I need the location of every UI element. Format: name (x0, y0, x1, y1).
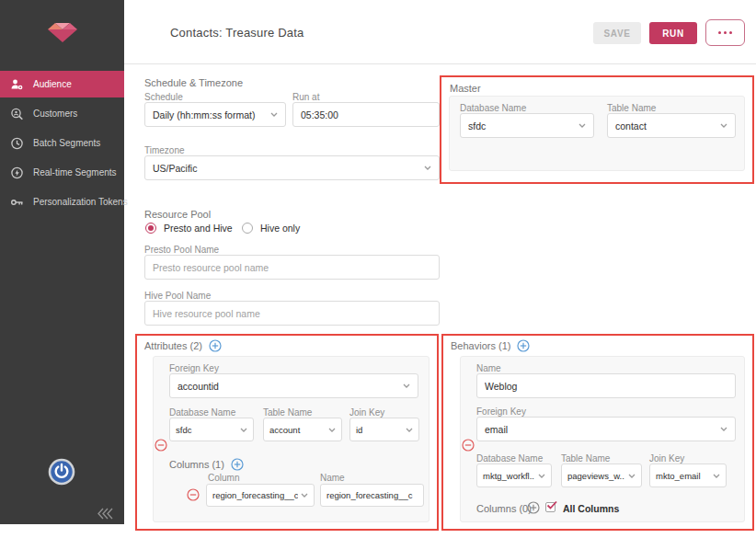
remove-attribute-button[interactable] (155, 439, 167, 452)
chevron-down-icon (403, 383, 410, 388)
attr-column-select[interactable]: region_forecasting__c (206, 484, 315, 507)
add-attribute-button[interactable] (209, 339, 222, 352)
chevron-down-icon (720, 123, 727, 128)
treasure-data-gem-icon (47, 22, 78, 43)
attr-columns-header: Columns (1) (169, 458, 244, 471)
page-header: Contacts: Treasure Data SAVE RUN (124, 0, 756, 64)
minus-circle-icon (155, 439, 167, 452)
behavior-name-input[interactable] (476, 373, 736, 398)
radio-selected-icon (145, 223, 156, 234)
sidebar-item-personalization-tokens[interactable]: Personalization Tokens (0, 189, 124, 215)
timezone-select-value: US/Pacific (153, 163, 197, 174)
add-behavior-column-button[interactable] (527, 501, 540, 514)
realtime-bolt-icon (10, 166, 24, 179)
clock-icon (10, 136, 24, 150)
timezone-select[interactable]: US/Pacific (144, 155, 440, 180)
schedule-select[interactable]: Daily (hh:mm:ss format) (144, 102, 286, 127)
chevron-down-icon (301, 493, 308, 498)
power-button[interactable] (47, 457, 76, 486)
remove-behavior-button[interactable] (462, 439, 475, 452)
behavior-table-value: pageviews_w.. (567, 471, 624, 481)
sidebar-item-customers[interactable]: Customers (0, 100, 124, 127)
remove-column-button[interactable] (187, 488, 200, 501)
behaviors-section-title: Behaviors (1) (451, 340, 510, 351)
chevron-down-icon (424, 166, 431, 170)
minus-circle-icon (462, 439, 475, 452)
behavior-foreign-key-value: email (485, 424, 508, 435)
master-table-select[interactable]: contact (607, 113, 736, 138)
resource-pool-section-title: Resource Pool (144, 209, 211, 220)
attr-column-value: region_forecasting__c (212, 490, 298, 500)
behavior-table-label: Table Name (561, 453, 610, 464)
chevron-down-icon (578, 123, 586, 128)
behavior-join-key-value: mkto_email (656, 471, 701, 481)
master-table-value: contact (615, 120, 647, 132)
attr-join-key-label: Join Key (349, 407, 384, 418)
behavior-join-key-label: Join Key (649, 453, 684, 464)
ellipsis-icon (724, 31, 727, 34)
run-at-label: Run at (292, 92, 319, 102)
presto-pool-input[interactable] (144, 255, 440, 280)
customers-search-icon (10, 107, 24, 120)
attr-join-key-select[interactable]: id (349, 418, 419, 441)
radio-hive-only[interactable]: Hive only (242, 223, 300, 234)
key-icon (10, 195, 24, 209)
master-database-select[interactable]: sfdc (460, 113, 594, 138)
attr-table-value: account (269, 425, 300, 435)
sidebar-item-label: Personalization Tokens (33, 197, 128, 207)
radio-presto-and-hive[interactable]: Presto and Hive (145, 223, 233, 234)
ellipsis-icon (718, 31, 721, 34)
attr-database-select[interactable]: sfdc (169, 418, 254, 441)
more-actions-button[interactable] (705, 19, 745, 46)
all-columns-label: All Columns (563, 503, 619, 514)
radio-unselected-icon (242, 223, 253, 234)
chevron-down-icon (240, 428, 247, 432)
attr-column-label: Column (208, 473, 239, 483)
presto-pool-label: Presto Pool Name (144, 245, 219, 255)
page-title: Contacts: Treasure Data (170, 26, 304, 40)
chevron-down-icon (406, 428, 413, 432)
chevron-down-icon (713, 474, 720, 478)
attr-table-select[interactable]: account (263, 418, 342, 441)
sidebar-item-realtime-segments[interactable]: Real-time Segments (0, 159, 124, 186)
attr-column-name-input[interactable] (320, 484, 424, 507)
behavior-foreign-key-select[interactable]: email (476, 417, 736, 441)
attr-foreign-key-select[interactable]: accountid (169, 373, 418, 398)
attr-join-key-value: id (356, 425, 362, 435)
behavior-database-select[interactable]: mktg_workfl.. (476, 464, 552, 487)
radio-label: Hive only (260, 223, 300, 234)
sidebar-item-audience[interactable]: Audience (0, 71, 124, 97)
hive-pool-label: Hive Pool Name (144, 291, 211, 301)
hive-pool-input[interactable] (144, 301, 440, 326)
run-button[interactable]: RUN (649, 22, 697, 44)
add-behavior-button[interactable] (517, 339, 530, 352)
collapse-sidebar-button[interactable] (97, 507, 116, 520)
sidebar-item-batch-segments[interactable]: Batch Segments (0, 130, 124, 156)
behavior-table-select[interactable]: pageviews_w.. (561, 464, 642, 487)
attr-database-value: sfdc (176, 425, 191, 435)
attr-database-label: Database Name (169, 407, 235, 418)
sidebar-item-label: Real-time Segments (33, 167, 117, 177)
master-section-title: Master (450, 83, 481, 94)
plus-circle-icon (527, 501, 540, 514)
behavior-join-key-select[interactable]: mkto_email (649, 464, 727, 487)
chevron-down-icon (328, 428, 336, 432)
timezone-label: Timezone (144, 145, 185, 155)
chevron-down-icon (538, 474, 545, 478)
run-at-input[interactable] (292, 102, 440, 127)
schedule-select-value: Daily (hh:mm:ss format) (153, 109, 255, 120)
sidebar-item-label: Batch Segments (33, 138, 100, 148)
minus-circle-icon (187, 488, 200, 501)
attr-columns-title: Columns (1) (169, 459, 224, 470)
save-button[interactable]: SAVE (593, 22, 641, 44)
chevron-down-icon (270, 112, 278, 117)
all-columns-checkbox[interactable] (545, 501, 557, 513)
treasure-data-logo[interactable] (0, 0, 124, 64)
behavior-database-label: Database Name (476, 453, 543, 464)
attr-name-label: Name (320, 473, 345, 483)
behavior-database-value: mktg_workfl.. (483, 471, 534, 481)
behavior-columns-title: Columns (0) (476, 503, 532, 514)
schedule-label: Schedule (144, 92, 183, 102)
add-column-button[interactable] (231, 458, 244, 471)
collapse-chevrons-icon (97, 508, 115, 520)
